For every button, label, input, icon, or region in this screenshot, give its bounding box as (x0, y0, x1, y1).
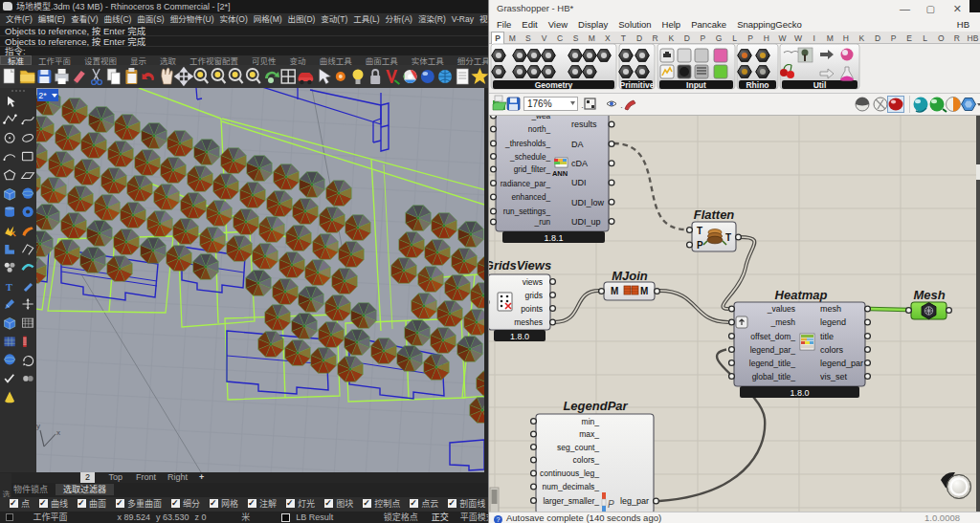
svg-text:x: x (56, 428, 60, 437)
svg-text:1.8.0: 1.8.0 (790, 388, 809, 398)
svg-text:meshes: meshes (514, 317, 543, 327)
svg-text:GridsViews: GridsViews (489, 258, 551, 272)
svg-text:M: M (640, 286, 648, 296)
svg-text:mesh: mesh (820, 304, 841, 314)
svg-text:grids: grids (525, 291, 543, 300)
svg-text:north_: north_ (528, 125, 551, 134)
svg-text:continuous_leg_: continuous_leg_ (540, 469, 599, 478)
svg-text:_mesh: _mesh (769, 317, 795, 327)
svg-text:global_title_: global_title_ (752, 372, 796, 381)
svg-text:176%: 176% (527, 98, 552, 109)
svg-text:num_decimals_: num_decimals_ (542, 482, 599, 491)
svg-text:max_: max_ (579, 429, 599, 439)
svg-text:enhanced_: enhanced_ (511, 193, 550, 202)
svg-text:1.8.1: 1.8.1 (544, 233, 563, 243)
svg-text:ANN: ANN (552, 169, 568, 178)
svg-text:larger_smaller_: larger_smaller_ (543, 496, 599, 506)
svg-text:min_: min_ (582, 417, 600, 426)
svg-text:M: M (611, 286, 618, 296)
svg-text:1.8.0: 1.8.0 (510, 332, 529, 341)
svg-text:UDI_low: UDI_low (571, 198, 605, 207)
svg-text:Util: Util (813, 80, 827, 90)
svg-text:Primitive: Primitive (620, 80, 655, 90)
svg-text:T: T (6, 282, 12, 293)
svg-text:legend: legend (820, 317, 846, 327)
svg-text:·: · (620, 102, 623, 112)
svg-text:colors: colors (820, 345, 844, 355)
svg-text:grid_filter_: grid_filter_ (514, 165, 551, 174)
svg-text:Input: Input (686, 80, 706, 90)
svg-text:MJoin: MJoin (612, 269, 648, 283)
svg-text:·: · (581, 102, 584, 112)
svg-text:_thresholds_: _thresholds_ (504, 140, 550, 148)
svg-text:Geometry: Geometry (535, 80, 573, 90)
svg-text:_run: _run (534, 218, 551, 227)
svg-text:seg_count_: seg_count_ (557, 443, 599, 452)
svg-text:title: title (820, 332, 834, 341)
svg-text:Rhino: Rhino (746, 80, 768, 90)
svg-text:results: results (571, 120, 597, 129)
svg-text:LegendPar: LegendPar (563, 399, 628, 413)
svg-text:run_settings_: run_settings_ (503, 207, 551, 216)
svg-text:y: y (36, 422, 40, 430)
svg-text:P: P (608, 499, 614, 510)
svg-text:Flatten: Flatten (694, 207, 735, 222)
svg-text:Heatmap: Heatmap (775, 288, 828, 302)
svg-text:leg_par: leg_par (620, 496, 649, 506)
svg-text:UDI: UDI (571, 178, 587, 187)
svg-text:legend_par: legend_par (820, 359, 863, 368)
svg-text:_schedule_: _schedule_ (509, 153, 550, 162)
svg-text:UDI_up: UDI_up (571, 217, 601, 227)
svg-text:legend_title_: legend_title_ (749, 359, 795, 368)
svg-text:offset_dom_: offset_dom_ (750, 332, 795, 341)
svg-text:P: P (697, 240, 703, 251)
svg-text:_values: _values (767, 304, 795, 314)
svg-text:Mesh: Mesh (913, 288, 945, 302)
svg-text:T: T (697, 226, 702, 236)
svg-text:vis_set: vis_set (820, 372, 848, 381)
svg-text:points: points (521, 304, 543, 314)
svg-text:radiance_par_: radiance_par_ (501, 180, 551, 188)
svg-text:_wea: _wea (530, 116, 550, 120)
svg-text:DA: DA (571, 140, 584, 149)
svg-text:views: views (523, 277, 543, 287)
svg-text:T: T (725, 232, 731, 243)
svg-text:colors_: colors_ (573, 455, 600, 465)
svg-text:legend_par_: legend_par_ (750, 345, 796, 355)
svg-text:cDA: cDA (571, 159, 588, 168)
